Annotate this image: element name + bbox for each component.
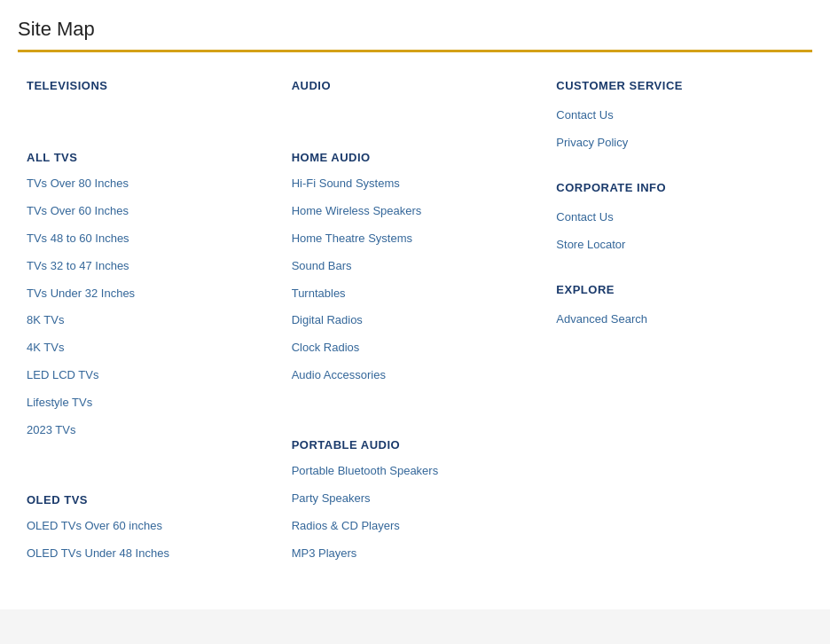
audio-link-digital-radios[interactable]: Digital Radios bbox=[292, 313, 539, 328]
tv-link-led[interactable]: LED LCD TVs bbox=[27, 368, 274, 383]
audio-link-accessories[interactable]: Audio Accessories bbox=[292, 368, 539, 383]
customer-service-heading: CUSTOMER SERVICE bbox=[556, 79, 803, 92]
audio-column: AUDIO HOME AUDIO Hi-Fi Sound Systems Hom… bbox=[283, 79, 548, 574]
right-column: CUSTOMER SERVICE Contact Us Privacy Poli… bbox=[547, 79, 812, 339]
portable-link-mp3[interactable]: MP3 Players bbox=[292, 546, 539, 562]
televisions-column: TELEVISIONS ALL TVS TVs Over 80 Inches T… bbox=[18, 79, 283, 574]
portable-link-party[interactable]: Party Speakers bbox=[292, 491, 539, 507]
cs-link-contact[interactable]: Contact Us bbox=[556, 108, 803, 123]
portable-link-bluetooth[interactable]: Portable Bluetooth Speakers bbox=[292, 464, 539, 479]
corp-link-contact[interactable]: Contact Us bbox=[556, 210, 803, 225]
portable-audio-heading: PORTABLE AUDIO bbox=[292, 438, 539, 452]
audio-link-theatre[interactable]: Home Theatre Systems bbox=[292, 232, 539, 247]
tv-link-60[interactable]: TVs Over 60 Inches bbox=[27, 204, 274, 219]
cs-link-privacy[interactable]: Privacy Policy bbox=[556, 136, 803, 151]
explore-heading: EXPLORE bbox=[556, 283, 803, 296]
audio-link-clock-radios[interactable]: Clock Radios bbox=[292, 341, 539, 356]
tv-link-lifestyle[interactable]: Lifestyle TVs bbox=[27, 396, 274, 411]
audio-heading: AUDIO bbox=[292, 79, 539, 92]
corp-link-store[interactable]: Store Locator bbox=[556, 238, 803, 253]
tv-link-2023[interactable]: 2023 TVs bbox=[27, 423, 274, 438]
audio-link-wireless[interactable]: Home Wireless Speakers bbox=[292, 204, 539, 219]
tv-link-32-47[interactable]: TVs 32 to 47 Inches bbox=[27, 259, 274, 274]
corporate-info-heading: CORPORATE INFO bbox=[556, 181, 803, 194]
explore-link-search[interactable]: Advanced Search bbox=[556, 312, 803, 327]
all-tvs-heading: ALL TVS bbox=[27, 151, 274, 164]
tv-link-48-60[interactable]: TVs 48 to 60 Inches bbox=[27, 232, 274, 247]
tv-link-80[interactable]: TVs Over 80 Inches bbox=[27, 177, 274, 192]
oled-link-48[interactable]: OLED TVs Under 48 Inches bbox=[27, 546, 274, 562]
oled-link-60[interactable]: OLED TVs Over 60 inches bbox=[27, 519, 274, 534]
audio-link-hifi[interactable]: Hi-Fi Sound Systems bbox=[292, 177, 539, 192]
audio-link-soundbars[interactable]: Sound Bars bbox=[292, 259, 539, 274]
tv-link-4k[interactable]: 4K TVs bbox=[27, 341, 274, 356]
tv-link-under-32[interactable]: TVs Under 32 Inches bbox=[27, 287, 274, 302]
home-audio-heading: HOME AUDIO bbox=[292, 151, 539, 164]
oled-tvs-heading: OLED TVS bbox=[27, 493, 274, 507]
tv-link-8k[interactable]: 8K TVs bbox=[27, 313, 274, 328]
audio-link-turntables[interactable]: Turntables bbox=[292, 287, 539, 302]
portable-link-radios-cd[interactable]: Radios & CD Players bbox=[292, 519, 539, 534]
page-title: Site Map bbox=[18, 18, 812, 52]
televisions-heading: TELEVISIONS bbox=[27, 79, 274, 92]
